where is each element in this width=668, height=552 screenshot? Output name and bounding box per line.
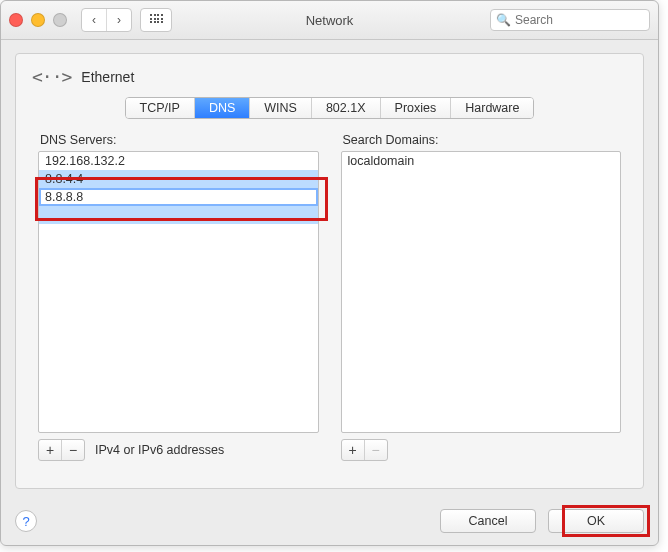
ethernet-icon: <··> [32, 66, 71, 87]
tab-dns[interactable]: DNS [194, 98, 249, 118]
minimize-icon[interactable] [31, 13, 45, 27]
ok-button[interactable]: OK [548, 509, 644, 533]
zoom-icon[interactable] [53, 13, 67, 27]
remove-domain-button[interactable]: − [364, 440, 387, 460]
help-button[interactable]: ? [15, 510, 37, 532]
preferences-window: ‹ › Network 🔍 <··> Ethernet TCP/IP DNS [0, 0, 659, 546]
interface-label: Ethernet [81, 69, 134, 85]
dns-add-remove: + − [38, 439, 85, 461]
add-dns-button[interactable]: + [39, 440, 61, 460]
cancel-button[interactable]: Cancel [440, 509, 536, 533]
search-domains-label: Search Domains: [341, 133, 622, 147]
titlebar: ‹ › Network 🔍 [1, 1, 658, 40]
settings-panel: <··> Ethernet TCP/IP DNS WINS 802.1X Pro… [15, 53, 644, 489]
dns-servers-footer: + − IPv4 or IPv6 addresses [38, 439, 319, 461]
nav-forward-button[interactable]: › [106, 9, 131, 31]
nav-back-button[interactable]: ‹ [82, 9, 106, 31]
domains-add-remove: + − [341, 439, 388, 461]
tab-hardware[interactable]: Hardware [450, 98, 533, 118]
window-controls [9, 13, 67, 27]
list-item[interactable] [39, 206, 318, 224]
remove-dns-button[interactable]: − [61, 440, 84, 460]
search-domains-footer: + − [341, 439, 622, 461]
search-field-wrap: 🔍 [490, 9, 650, 31]
close-icon[interactable] [9, 13, 23, 27]
dns-hint: IPv4 or IPv6 addresses [95, 443, 224, 457]
list-item[interactable]: 8.8.4.4 [39, 170, 318, 188]
nav-back-forward: ‹ › [81, 8, 132, 32]
tab-tcpip[interactable]: TCP/IP [126, 98, 194, 118]
dns-servers-column: DNS Servers: 192.168.132.2 8.8.4.4 8.8.8… [38, 133, 319, 461]
search-domains-column: Search Domains: localdomain + − [341, 133, 622, 461]
list-item-editing[interactable]: 8.8.8.8 [39, 188, 318, 206]
interface-header: <··> Ethernet [16, 54, 643, 97]
tab-proxies[interactable]: Proxies [380, 98, 451, 118]
search-icon: 🔍 [496, 13, 511, 27]
tabstrip: TCP/IP DNS WINS 802.1X Proxies Hardware [125, 97, 535, 119]
search-input[interactable] [490, 9, 650, 31]
list-item[interactable]: localdomain [342, 152, 621, 170]
list-item[interactable]: 192.168.132.2 [39, 152, 318, 170]
dns-servers-label: DNS Servers: [38, 133, 319, 147]
add-domain-button[interactable]: + [342, 440, 364, 460]
dns-servers-list[interactable]: 192.168.132.2 8.8.4.4 8.8.8.8 [38, 151, 319, 433]
tabset: TCP/IP DNS WINS 802.1X Proxies Hardware [16, 97, 643, 119]
columns: DNS Servers: 192.168.132.2 8.8.4.4 8.8.8… [16, 119, 643, 461]
tab-wins[interactable]: WINS [249, 98, 311, 118]
bottom-bar: ? Cancel OK [15, 509, 644, 533]
show-all-button[interactable] [140, 8, 172, 32]
dialog-buttons: Cancel OK [440, 509, 644, 533]
grid-icon [150, 14, 162, 26]
search-domains-list[interactable]: localdomain [341, 151, 622, 433]
tab-8021x[interactable]: 802.1X [311, 98, 380, 118]
